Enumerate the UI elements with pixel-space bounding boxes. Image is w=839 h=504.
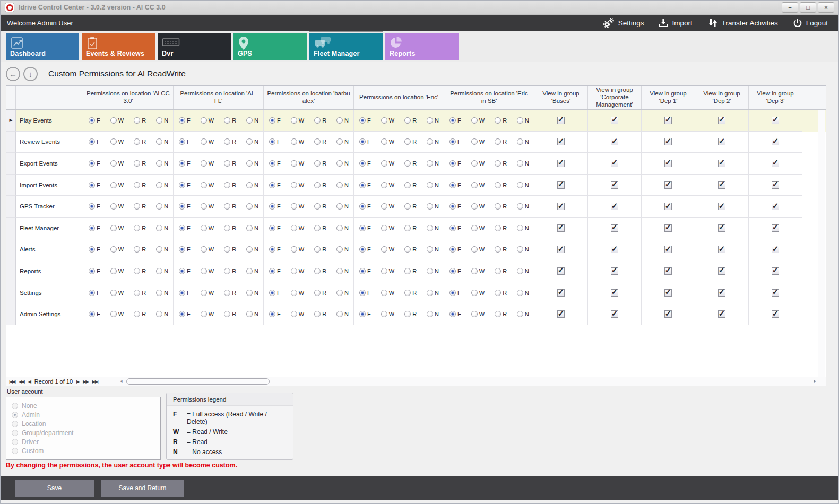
- permission-radio-F[interactable]: F: [359, 268, 371, 274]
- permission-radio-N[interactable]: N: [246, 138, 258, 145]
- permission-radio-R[interactable]: R: [495, 203, 507, 210]
- permission-radio-R[interactable]: R: [404, 311, 417, 317]
- column-header-permissions-on-location-al-cc-3-0[interactable]: Permissions on location 'Al CC 3.0': [83, 86, 174, 109]
- permission-radio-R[interactable]: R: [134, 268, 146, 274]
- permission-radio-R[interactable]: R: [134, 290, 146, 296]
- permission-radio-W[interactable]: W: [201, 246, 214, 253]
- tab-fleet-manager[interactable]: Fleet Manager: [309, 33, 383, 60]
- permission-radio-R[interactable]: R: [134, 160, 146, 167]
- permission-radio-R[interactable]: R: [134, 246, 146, 253]
- view-group-checkbox[interactable]: ✓: [772, 224, 779, 232]
- permission-radio-N[interactable]: N: [517, 138, 529, 145]
- permission-radio-W[interactable]: W: [201, 182, 214, 188]
- permission-radio-F[interactable]: F: [269, 160, 281, 167]
- permission-radio-R[interactable]: R: [314, 268, 326, 274]
- permission-radio-N[interactable]: N: [246, 246, 258, 253]
- permission-radio-R[interactable]: R: [314, 138, 326, 145]
- permission-radio-F[interactable]: F: [89, 268, 100, 274]
- permission-radio-W[interactable]: W: [291, 160, 304, 167]
- permission-radio-F[interactable]: F: [269, 182, 281, 188]
- permission-radio-N[interactable]: N: [336, 160, 349, 167]
- permission-radio-N[interactable]: N: [246, 117, 258, 124]
- permission-radio-W[interactable]: W: [471, 182, 485, 188]
- permission-radio-R[interactable]: R: [404, 203, 417, 210]
- permission-radio-R[interactable]: R: [495, 246, 507, 253]
- view-group-checkbox[interactable]: ✓: [557, 224, 565, 232]
- permission-radio-W[interactable]: W: [291, 117, 304, 124]
- permission-radio-F[interactable]: F: [89, 311, 100, 317]
- permission-radio-R[interactable]: R: [404, 182, 417, 188]
- permission-radio-N[interactable]: N: [336, 182, 349, 188]
- view-group-checkbox[interactable]: ✓: [611, 181, 618, 189]
- permission-radio-N[interactable]: N: [517, 311, 529, 317]
- permission-radio-F[interactable]: F: [179, 138, 191, 145]
- permission-radio-N[interactable]: N: [517, 182, 529, 188]
- permission-radio-R[interactable]: R: [224, 225, 236, 231]
- permission-radio-W[interactable]: W: [201, 160, 214, 167]
- permission-radio-R[interactable]: R: [224, 203, 236, 210]
- close-button[interactable]: ×: [818, 2, 834, 13]
- view-group-checkbox[interactable]: ✓: [557, 181, 565, 189]
- grid-row-review-events[interactable]: Review EventsFWRNFWRNFWRNFWRNFWRN✓✓✓✓✓: [6, 132, 826, 153]
- view-group-checkbox[interactable]: ✓: [557, 246, 565, 253]
- view-group-checkbox[interactable]: ✓: [664, 246, 672, 253]
- permission-radio-R[interactable]: R: [404, 117, 417, 124]
- user-account-option-custom[interactable]: Custom: [12, 447, 155, 455]
- permission-radio-F[interactable]: F: [89, 246, 100, 253]
- permission-radio-N[interactable]: N: [156, 268, 168, 274]
- save-button[interactable]: Save: [15, 480, 94, 497]
- permission-radio-W[interactable]: W: [381, 138, 394, 145]
- permission-radio-F[interactable]: F: [449, 182, 461, 188]
- view-group-checkbox[interactable]: ✓: [557, 289, 565, 297]
- permission-radio-R[interactable]: R: [495, 160, 507, 167]
- permission-radio-N[interactable]: N: [427, 246, 439, 253]
- view-group-checkbox[interactable]: ✓: [557, 117, 565, 124]
- permission-radio-F[interactable]: F: [269, 268, 281, 274]
- permission-radio-R[interactable]: R: [314, 246, 326, 253]
- tab-dvr[interactable]: Dvr: [158, 33, 231, 60]
- column-header-view-in-group-dep-1[interactable]: View in group 'Dep 1': [642, 86, 695, 109]
- permission-radio-F[interactable]: F: [179, 290, 191, 296]
- permission-radio-F[interactable]: F: [449, 117, 461, 124]
- permission-radio-N[interactable]: N: [156, 203, 168, 210]
- permission-radio-F[interactable]: F: [449, 225, 461, 231]
- column-header-view-in-group-buses[interactable]: View in group 'Buses': [534, 86, 588, 109]
- back-button[interactable]: ←: [6, 67, 20, 81]
- permission-radio-R[interactable]: R: [134, 225, 146, 231]
- column-header-permissions-on-location-al-fl[interactable]: Permissions on location 'Al - FL': [174, 86, 264, 109]
- view-group-checkbox[interactable]: ✓: [611, 310, 618, 318]
- grid-row-fleet-manager[interactable]: Fleet ManagerFWRNFWRNFWRNFWRNFWRN✓✓✓✓✓: [6, 218, 826, 239]
- permission-radio-W[interactable]: W: [110, 268, 124, 274]
- permission-radio-N[interactable]: N: [517, 203, 529, 210]
- view-group-checkbox[interactable]: ✓: [718, 117, 725, 124]
- permission-radio-F[interactable]: F: [179, 203, 191, 210]
- permission-radio-N[interactable]: N: [156, 311, 168, 317]
- permission-radio-N[interactable]: N: [427, 203, 439, 210]
- permission-radio-R[interactable]: R: [314, 160, 326, 167]
- permission-radio-R[interactable]: R: [495, 268, 507, 274]
- permission-radio-R[interactable]: R: [495, 117, 507, 124]
- permission-radio-N[interactable]: N: [427, 117, 439, 124]
- collapse-button[interactable]: ↓: [23, 67, 38, 81]
- permission-radio-N[interactable]: N: [246, 225, 258, 231]
- permission-radio-N[interactable]: N: [156, 182, 168, 188]
- permission-radio-R[interactable]: R: [314, 117, 326, 124]
- user-account-option-none[interactable]: None: [12, 402, 155, 410]
- view-group-checkbox[interactable]: ✓: [772, 160, 779, 167]
- permission-radio-R[interactable]: R: [314, 182, 326, 188]
- grid-row-reports[interactable]: ReportsFWRNFWRNFWRNFWRNFWRN✓✓✓✓✓: [6, 260, 826, 282]
- permission-radio-F[interactable]: F: [179, 117, 191, 124]
- permission-radio-N[interactable]: N: [246, 203, 258, 210]
- view-group-checkbox[interactable]: ✓: [557, 310, 565, 318]
- next-page-button[interactable]: ▶▶: [83, 379, 88, 384]
- view-group-checkbox[interactable]: ✓: [772, 203, 779, 210]
- column-header-permissions-on-location-eric-in-sb[interactable]: Permissions on location 'Eric in SB': [444, 86, 534, 109]
- permission-radio-F[interactable]: F: [359, 117, 371, 124]
- grid-row-settings[interactable]: SettingsFWRNFWRNFWRNFWRNFWRN✓✓✓✓✓: [6, 282, 826, 304]
- column-header-view-in-group-corporate-management[interactable]: View in group 'Corporate Management': [588, 86, 642, 109]
- permission-radio-F[interactable]: F: [179, 311, 191, 317]
- view-group-checkbox[interactable]: ✓: [611, 267, 618, 275]
- hscroll-thumb[interactable]: [126, 378, 270, 385]
- permission-radio-N[interactable]: N: [156, 225, 168, 231]
- permission-radio-N[interactable]: N: [427, 138, 439, 145]
